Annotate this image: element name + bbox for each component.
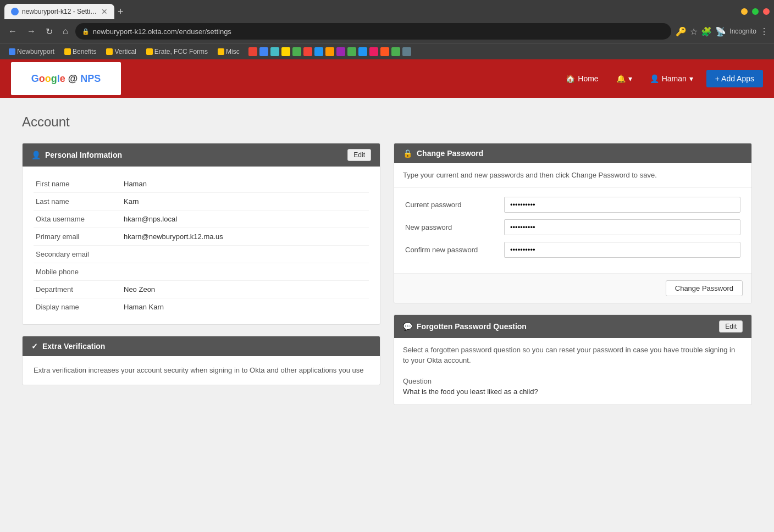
user-nav-item[interactable]: 👤 Haman ▾ bbox=[645, 72, 698, 85]
primary-email-label: Primary email bbox=[36, 232, 124, 241]
info-row-displayname: Display name Haman Karn bbox=[34, 298, 369, 315]
change-password-description: Type your current and new passwords and … bbox=[394, 163, 751, 188]
cast-icon[interactable]: 📡 bbox=[715, 26, 726, 37]
user-icon: 👤 bbox=[650, 74, 659, 83]
extra-verification-body: Extra verification increases your accoun… bbox=[23, 356, 380, 385]
close-button[interactable] bbox=[763, 8, 770, 15]
extra-verification-header: ✓ Extra Verification bbox=[23, 336, 380, 356]
page-title: Account bbox=[22, 114, 752, 130]
bookmark-green2-icon[interactable] bbox=[347, 47, 356, 56]
info-row-department: Department Neo Zeon bbox=[34, 281, 369, 298]
bookmark-orange-icon[interactable] bbox=[325, 47, 334, 56]
browser-chrome: newburyport-k12 - Settings ✕ + ← → ↻ ⌂ 🔒… bbox=[0, 0, 774, 59]
extra-verification-description: Extra verification increases your accoun… bbox=[34, 365, 369, 376]
change-password-button[interactable]: Change Password bbox=[666, 280, 743, 296]
bookmark-purple-icon[interactable] bbox=[336, 47, 345, 56]
home-label: Home bbox=[578, 74, 598, 83]
bookmark-vertical[interactable]: Vertical bbox=[103, 47, 139, 57]
home-button[interactable]: ⌂ bbox=[60, 25, 71, 37]
extra-verification-header-left: ✓ Extra Verification bbox=[31, 342, 105, 351]
add-apps-button[interactable]: + Add Apps bbox=[706, 70, 763, 87]
tab-close-button[interactable]: ✕ bbox=[101, 7, 108, 16]
current-password-row: Current password bbox=[405, 197, 740, 213]
current-password-input[interactable] bbox=[504, 197, 740, 213]
forgotten-password-edit-button[interactable]: Edit bbox=[719, 320, 743, 332]
forgotten-password-header-left: 💬 Forgotten Password Question bbox=[403, 322, 527, 331]
home-nav-item[interactable]: 🏠 Home bbox=[561, 72, 602, 85]
bookmark-icon[interactable]: ☆ bbox=[690, 26, 698, 37]
notifications-nav-item[interactable]: 🔔 ▾ bbox=[612, 72, 637, 85]
displayname-value: Haman Karn bbox=[124, 303, 164, 311]
change-password-header: 🔒 Change Password bbox=[394, 143, 751, 163]
lastname-value: Karn bbox=[124, 197, 139, 206]
mobile-label: Mobile phone bbox=[36, 268, 124, 276]
bookmark-green3-icon[interactable] bbox=[391, 47, 400, 56]
browser-tabs: newburyport-k12 - Settings ✕ + bbox=[0, 0, 774, 20]
bookmark-newburyport[interactable]: Newburyport bbox=[5, 47, 58, 57]
person-icon: 👤 bbox=[31, 151, 41, 159]
bookmark-misc[interactable]: Misc bbox=[214, 47, 243, 57]
bell-icon: 🔔 bbox=[616, 74, 626, 83]
change-password-panel: 🔒 Change Password Type your current and … bbox=[394, 143, 752, 303]
address-bar[interactable]: 🔒 newburyport-k12.okta.com/enduser/setti… bbox=[75, 23, 672, 40]
info-row-primary-email: Primary email hkarn@newburyport.k12.ma.u… bbox=[34, 228, 369, 246]
password-form: Current password New password Confirm bbox=[394, 188, 751, 273]
bookmark-green-icon[interactable] bbox=[292, 47, 301, 56]
home-icon: 🏠 bbox=[566, 74, 575, 83]
bookmark-benefits[interactable]: Benefits bbox=[61, 47, 99, 57]
lock-icon: 🔒 bbox=[82, 28, 90, 35]
personal-info-header-left: 👤 Personal Information bbox=[31, 151, 122, 159]
bookmark-drive-icon[interactable] bbox=[270, 47, 279, 56]
bookmark-favicon bbox=[9, 48, 15, 55]
bookmark-14-icon[interactable] bbox=[259, 47, 268, 56]
back-button[interactable]: ← bbox=[5, 25, 20, 37]
key-icon[interactable]: 🔑 bbox=[676, 26, 687, 37]
personal-info-body: First name Haman Last name Karn Okta use… bbox=[23, 167, 380, 324]
forgotten-password-header: 💬 Forgotten Password Question Edit bbox=[394, 315, 751, 338]
new-password-input[interactable] bbox=[504, 219, 740, 235]
minimize-button[interactable] bbox=[741, 8, 748, 15]
new-tab-button[interactable]: + bbox=[118, 6, 124, 18]
app-header: Google @ NPS 🏠 Home 🔔 ▾ 👤 Haman ▾ + Add … bbox=[0, 59, 774, 98]
primary-email-value: hkarn@newburyport.k12.ma.us bbox=[124, 232, 223, 241]
forward-button[interactable]: → bbox=[24, 25, 38, 37]
user-arrow: ▾ bbox=[689, 74, 693, 83]
main-content: Account 👤 Personal Information Edit Firs… bbox=[0, 98, 774, 532]
header-nav: 🏠 Home 🔔 ▾ 👤 Haman ▾ + Add Apps bbox=[561, 70, 763, 87]
bookmark-red-icon[interactable] bbox=[303, 47, 312, 56]
bookmark-blue2-icon[interactable] bbox=[314, 47, 323, 56]
bookmark-erate[interactable]: Erate, FCC Forms bbox=[143, 47, 211, 57]
extra-verification-panel: ✓ Extra Verification Extra verification … bbox=[22, 336, 380, 385]
browser-toolbar: ← → ↻ ⌂ 🔒 newburyport-k12.okta.com/endus… bbox=[0, 20, 774, 43]
bookmark-favicon bbox=[218, 48, 224, 55]
bookmark-gmail-icon[interactable] bbox=[248, 47, 257, 56]
secondary-email-label: Secondary email bbox=[36, 250, 124, 258]
incognito-icon: Incognito bbox=[729, 27, 756, 35]
firstname-value: Haman bbox=[124, 180, 147, 188]
active-tab[interactable]: newburyport-k12 - Settings ✕ bbox=[4, 4, 114, 19]
bookmark-keeper-icon[interactable] bbox=[281, 47, 290, 56]
lock-icon: 🔒 bbox=[403, 149, 412, 158]
app-logo: Google @ NPS bbox=[11, 62, 121, 95]
bookmark-label: Erate, FCC Forms bbox=[154, 48, 208, 56]
bookmark-pink-icon[interactable] bbox=[369, 47, 378, 56]
tab-title: newburyport-k12 - Settings bbox=[22, 8, 98, 15]
extra-verification-title: Extra Verification bbox=[42, 342, 105, 351]
extensions-icon[interactable]: 🧩 bbox=[701, 26, 712, 37]
reload-button[interactable]: ↻ bbox=[43, 25, 56, 38]
info-row-mobile: Mobile phone bbox=[34, 263, 369, 281]
left-column: 👤 Personal Information Edit First name H… bbox=[22, 143, 380, 385]
bookmark-gray-icon[interactable] bbox=[402, 47, 411, 56]
bookmark-favicon bbox=[146, 48, 153, 55]
personal-info-edit-button[interactable]: Edit bbox=[347, 149, 371, 161]
bookmark-deeporange-icon[interactable] bbox=[380, 47, 389, 56]
menu-icon[interactable]: ⋮ bbox=[760, 26, 769, 37]
confirm-password-input[interactable] bbox=[504, 242, 740, 258]
maximize-button[interactable] bbox=[752, 8, 759, 15]
info-row-firstname: First name Haman bbox=[34, 175, 369, 193]
bookmark-label: Newburyport bbox=[17, 48, 54, 56]
bookmark-blue3-icon[interactable] bbox=[358, 47, 367, 56]
new-password-label: New password bbox=[405, 223, 504, 231]
logo-text: Google @ NPS bbox=[31, 73, 101, 85]
confirm-password-row: Confirm new password bbox=[405, 242, 740, 258]
